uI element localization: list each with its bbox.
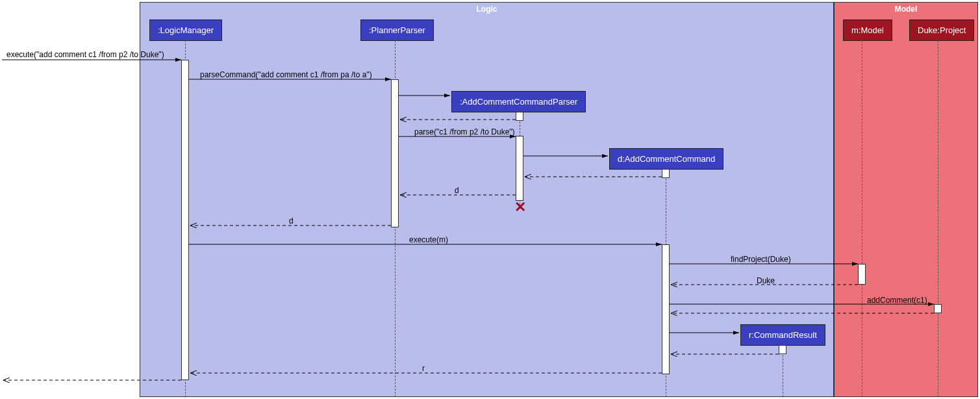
model-frame: Model bbox=[834, 2, 978, 397]
model-activation bbox=[858, 264, 866, 285]
add-comment-command-participant: d:AddCommentCommand bbox=[609, 148, 723, 170]
msg-add-comment: addComment(c1) bbox=[867, 296, 927, 305]
planner-parser-participant: :PlannerParser bbox=[360, 19, 434, 41]
model-frame-title: Model bbox=[895, 5, 918, 14]
model-participant: m:Model bbox=[843, 19, 892, 41]
duke-lifeline bbox=[938, 40, 938, 397]
msg-return-duke: Duke bbox=[757, 276, 775, 285]
duke-activation bbox=[934, 304, 942, 313]
msg-execute-m: execute(m) bbox=[409, 235, 448, 244]
msg-parse: parse("c1 /from p2 /to Duke") bbox=[414, 127, 515, 136]
acc-activation2 bbox=[662, 244, 670, 374]
add-comment-command-parser-participant: :AddCommentCommandParser bbox=[451, 91, 586, 112]
command-result-participant: r:CommandResult bbox=[740, 324, 825, 346]
msg-find-project: findProject(Duke) bbox=[731, 255, 791, 264]
cr-activation bbox=[779, 345, 786, 354]
accp-activation1 bbox=[516, 112, 523, 121]
logic-manager-participant: :LogicManager bbox=[149, 19, 222, 41]
duke-project-participant: Duke:Project bbox=[909, 19, 974, 41]
logic-manager-activation bbox=[181, 60, 189, 380]
logic-frame: Logic bbox=[140, 2, 834, 397]
msg-return-r: r bbox=[422, 364, 425, 373]
destroy-x-icon: ✕ bbox=[514, 199, 526, 216]
msg-return-d1: d bbox=[455, 186, 459, 195]
acc-activation1 bbox=[662, 169, 670, 178]
model-lifeline bbox=[862, 40, 862, 397]
planner-parser-activation bbox=[391, 79, 399, 227]
msg-return-d2: d bbox=[289, 216, 294, 225]
msg-parse-command: parseCommand("add comment c1 /from pa /t… bbox=[200, 70, 372, 79]
logic-frame-title: Logic bbox=[477, 5, 497, 14]
accp-activation2 bbox=[516, 136, 523, 201]
msg-execute: execute("add comment c1 /from p2 /to Duk… bbox=[6, 50, 164, 59]
